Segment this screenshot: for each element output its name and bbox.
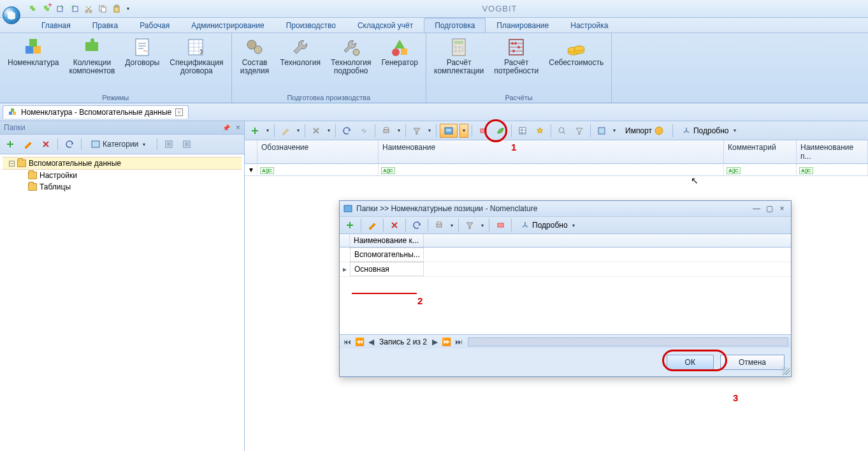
nav-next-icon[interactable]: ▶ — [431, 337, 439, 346]
import-button[interactable]: Импорт — [619, 124, 669, 138]
col-kommentariy[interactable]: Комментарий — [724, 140, 797, 163]
filter-dropdown-icon[interactable]: ▾ — [479, 223, 486, 228]
btn-generator[interactable]: Генератор — [378, 36, 422, 92]
delete-icon[interactable] — [387, 218, 402, 232]
tab-admin[interactable]: Администрирование — [180, 18, 275, 33]
col-oboznachenie[interactable]: Обозначение — [257, 140, 379, 163]
cancel-button[interactable]: Отмена — [720, 355, 785, 370]
qat-export-icon[interactable] — [55, 3, 66, 15]
qat-plugin-icon[interactable] — [27, 3, 38, 15]
window-icon[interactable] — [594, 124, 609, 138]
filter-naimenovanie[interactable]: A▯C — [379, 164, 724, 175]
table-icon[interactable] — [515, 124, 530, 138]
delete-icon[interactable] — [38, 137, 54, 151]
folders-dropdown-icon[interactable]: ▾ — [459, 124, 468, 138]
add-dropdown-icon[interactable]: ▾ — [264, 128, 271, 133]
tab-work[interactable]: Рабочая — [129, 18, 180, 33]
tree-node-aux-data[interactable]: − Вспомогательные данные — [3, 157, 242, 170]
edit-dropdown-icon[interactable]: ▾ — [295, 128, 301, 133]
search-icon[interactable] — [554, 124, 570, 138]
collapse-icon[interactable]: − — [9, 161, 15, 166]
filter-handle-icon[interactable]: ▾ — [245, 164, 257, 175]
btn-contract-spec[interactable]: Спецификация договора — [166, 36, 227, 92]
print-icon[interactable] — [379, 124, 394, 138]
qat-copy-icon[interactable] — [97, 3, 108, 15]
print-dropdown-icon[interactable]: ▾ — [396, 128, 402, 133]
tab-home[interactable]: Главная — [31, 18, 82, 33]
filter-funnel-icon[interactable] — [462, 218, 477, 232]
qat-paste-icon[interactable] — [111, 3, 122, 15]
dialog-titlebar[interactable]: Папки >> Номенклатурные позиции - Nomenc… — [340, 201, 791, 216]
print-icon[interactable] — [431, 218, 447, 232]
cart-icon[interactable] — [493, 218, 508, 232]
filter-oboznachenie[interactable]: A▯C — [257, 164, 379, 175]
close-icon[interactable]: × — [175, 108, 183, 116]
add-icon[interactable] — [342, 218, 358, 232]
filter-dropdown-icon[interactable]: ▾ — [426, 128, 433, 133]
tab-edit[interactable]: Правка — [82, 18, 129, 33]
refresh-icon[interactable] — [409, 218, 424, 232]
add-icon[interactable] — [3, 137, 18, 151]
tab-preparation[interactable]: Подготовка — [424, 18, 486, 33]
pin-icon[interactable]: 📌 — [222, 124, 230, 131]
btn-technology[interactable]: Технология — [277, 36, 325, 92]
delete-icon[interactable] — [308, 124, 324, 138]
dialog-details-button[interactable]: Подробно ▾ — [515, 218, 582, 232]
nav-nextpage-icon[interactable]: ⏩ — [440, 337, 452, 346]
doc-tab-nomenclature-aux[interactable]: Номенклатура - Вспомогательные данные × — [3, 105, 189, 119]
btn-cost[interactable]: Себестоимость — [545, 36, 607, 92]
filter-naimenovanie-p[interactable]: A▯C — [797, 164, 868, 175]
link-icon[interactable] — [356, 124, 372, 138]
categories-dropdown[interactable]: Категории ▾ — [85, 138, 153, 151]
btn-nomenclature[interactable]: Номенклатура — [4, 36, 63, 92]
btn-technology-detailed[interactable]: Технология подробно — [327, 36, 375, 92]
tab-settings[interactable]: Настройка — [560, 18, 619, 33]
btn-contracts[interactable]: Договоры — [121, 36, 163, 92]
tab-production[interactable]: Производство — [275, 18, 347, 33]
edit-icon[interactable] — [20, 137, 36, 151]
btn-product-structure[interactable]: Состав изделия — [236, 36, 274, 92]
qat-overflow-icon[interactable]: ▾ — [125, 3, 131, 15]
window-dropdown-icon[interactable]: ▾ — [611, 128, 618, 133]
folders-selector-button[interactable] — [440, 124, 458, 138]
tree-collapse-icon[interactable] — [161, 137, 177, 151]
star-icon[interactable] — [532, 124, 547, 138]
maximize-icon[interactable]: ▢ — [764, 204, 774, 213]
btn-calc-demand[interactable]: Расчёт потребности — [490, 36, 542, 92]
nav-last-icon[interactable]: ⏭ — [454, 337, 464, 346]
btn-component-collections[interactable]: Коллекции компонентов — [66, 36, 119, 92]
tree-expand-icon[interactable] — [179, 137, 194, 151]
col-naimenovanie[interactable]: Наименование — [379, 140, 724, 163]
qat-cut-icon[interactable] — [83, 3, 94, 15]
edit-icon[interactable] — [365, 218, 380, 232]
add-icon[interactable] — [247, 124, 263, 138]
refresh-icon[interactable] — [62, 137, 77, 151]
tab-warehouse[interactable]: Складской учёт — [347, 18, 424, 33]
close-panel-icon[interactable]: × — [236, 123, 240, 132]
dialog-row-main[interactable]: ▸ Основная — [340, 262, 791, 277]
details-button[interactable]: Подробно ▾ — [676, 124, 744, 138]
dialog-col-naimenovanie-k[interactable]: Наименование к... — [350, 234, 424, 247]
nav-prev-icon[interactable]: ◀ — [367, 337, 375, 346]
dialog-row-aux[interactable]: Вспомогательны... — [340, 248, 791, 262]
nav-prevpage-icon[interactable]: ⏪ — [354, 337, 366, 346]
filter-icon[interactable] — [572, 124, 587, 138]
horizontal-scrollbar[interactable] — [468, 337, 788, 346]
edit-icon[interactable] — [278, 124, 293, 138]
minimize-icon[interactable]: — — [751, 204, 762, 213]
col-naimenovanie-p[interactable]: Наименование п... — [797, 140, 868, 163]
nav-first-icon[interactable]: ⏮ — [342, 337, 352, 346]
tab-planning[interactable]: Планирование — [486, 18, 560, 33]
close-icon[interactable]: × — [777, 204, 787, 213]
btn-calc-complect[interactable]: Расчёт комплектации — [430, 36, 488, 92]
resize-grip-icon[interactable] — [782, 367, 790, 375]
app-orb-icon[interactable] — [3, 6, 20, 24]
filter-funnel-icon[interactable] — [409, 124, 424, 138]
print-dropdown-icon[interactable]: ▾ — [449, 223, 455, 228]
refresh-icon[interactable] — [339, 124, 354, 138]
filter-kommentariy[interactable]: A▯C — [724, 164, 797, 175]
qat-import-icon[interactable] — [69, 3, 80, 15]
tree-node-settings[interactable]: Настройки — [3, 170, 242, 181]
delete-dropdown-icon[interactable]: ▾ — [326, 128, 332, 133]
qat-add-plugin-icon[interactable]: + — [41, 3, 52, 15]
